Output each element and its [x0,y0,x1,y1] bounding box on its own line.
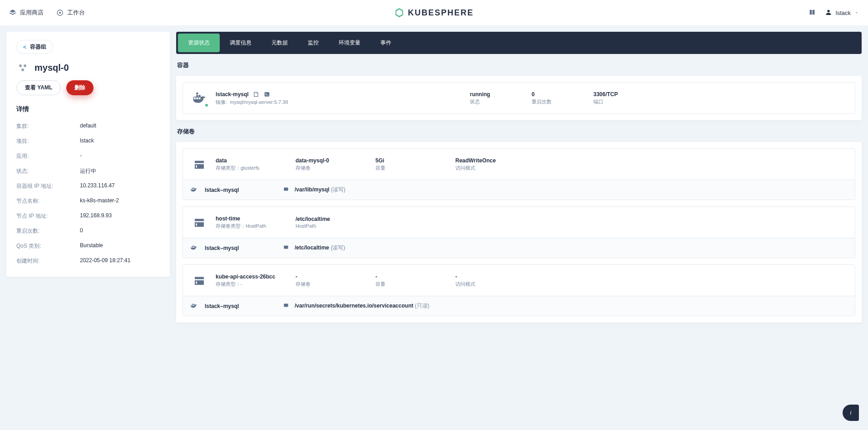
vol-mode-value: - [455,274,528,280]
container-row[interactable]: lstack-mysql 镜像: mysql/mysql-server:5.7.… [182,82,855,114]
vol-pvc-label: 存储卷 [296,281,368,288]
detail-row: 重启次数:0 [16,224,160,239]
mount-path: /var/lib/mysql [295,186,330,193]
detail-value: lstack [80,137,94,145]
page-title: mysql-0 [35,63,69,73]
mount-container-name: lstack–mysql [205,245,277,251]
topbar-left: 应用商店 工作台 [9,9,85,17]
vol-pvc-col: data-mysql-0 存储卷 [296,157,368,171]
vol-name: host-time [216,215,288,222]
detail-key: 集群: [16,122,80,130]
vol-pvc-label: HostPath [296,223,368,229]
action-buttons: 查看 YAML 删除 [16,80,160,95]
brand-logo[interactable]: KUBESPHERE [394,8,473,18]
vol-type-value: HostPath [246,223,266,229]
detail-row: 项目:lstack [16,134,160,149]
appstore-icon [9,9,16,16]
mount-path-icon [283,302,289,310]
detail-key: 重启次数: [16,227,80,235]
docs-icon[interactable] [809,9,816,17]
detail-value: 0 [80,227,83,235]
detail-key: 项目: [16,137,80,145]
vol-pvc-value: /etc/localtime [296,216,368,222]
detail-row: 状态:运行中 [16,164,160,179]
container-head: lstack-mysql 镜像: mysql/mysql-server:5.7.… [216,91,463,106]
volume-mount-row: lstack–mysql /etc/localtime (读写) [183,238,855,258]
status-label: 状态 [470,98,524,105]
tab-2[interactable]: 元数据 [261,34,298,52]
detail-value: 192.168.9.93 [80,212,112,220]
user-menu[interactable]: lstack [825,9,859,17]
detail-value: - [80,152,82,160]
svg-point-2 [827,10,829,12]
workbench-link[interactable]: 工作台 [56,9,85,17]
mount-container-name: lstack–mysql [205,303,277,309]
appstore-link[interactable]: 应用商店 [9,9,44,17]
kubesphere-icon [394,8,404,18]
tab-1[interactable]: 调度信息 [220,34,261,52]
workbench-label: 工作台 [67,9,85,17]
detail-sidebar: < 容器组 mysql-0 查看 YAML 删除 详情 集群:default项目… [6,32,170,277]
terminal-icon[interactable] [263,91,271,98]
svg-point-5 [21,68,24,71]
containers-card: lstack-mysql 镜像: mysql/mysql-server:5.7.… [176,76,862,120]
title-row: mysql-0 [16,61,160,74]
detail-key: 容器组 IP 地址: [16,182,80,190]
delete-button[interactable]: 删除 [66,80,94,95]
chevron-left-icon: < [23,44,26,50]
volume-mount-row: lstack–mysql /var/lib/mysql (读写) [183,180,855,200]
mount-path: /var/run/secrets/kubernetes.io/serviceac… [295,303,413,309]
restart-label: 重启次数 [532,98,586,105]
volume-row: kube-api-access-26bcc 存储类型：- - 存储卷 - 容量 … [182,264,855,316]
image-value: mysql/mysql-server:5.7.38 [230,99,288,105]
mount-mode: (读写) [331,186,345,193]
vol-size-col: 5Gi 容量 [375,157,448,171]
detail-row: 容器组 IP 地址:10.233.116.47 [16,179,160,194]
detail-value: ks-k8s-master-2 [80,197,119,205]
brand-text: KUBESPHERE [408,8,473,18]
tab-5[interactable]: 事件 [370,34,401,52]
workbench-icon [56,9,64,16]
status-value: running [470,91,524,98]
detail-header: 详情 [16,105,160,113]
volume-icon [190,213,208,231]
tab-4[interactable]: 环境变量 [329,34,370,52]
svg-rect-7 [284,188,288,191]
back-link[interactable]: < 容器组 [16,40,53,54]
detail-value: 运行中 [80,167,96,175]
status-col: running 状态 [470,91,524,105]
volumes-card: data 存储类型：glusterfs data-mysql-0 存储卷 5Gi… [176,142,862,322]
main-content: 资源状态调度信息元数据监控环境变量事件 容器 lstack-mysql [176,32,862,322]
tab-0[interactable]: 资源状态 [178,34,220,52]
restart-value: 0 [532,91,586,98]
detail-row: 创建时间:2022-05-09 18:27:41 [16,254,160,269]
port-value: 3306/TCP [593,91,848,98]
container-name: lstack-mysql [216,91,249,98]
detail-value: default [80,122,96,130]
user-icon [825,9,832,17]
view-yaml-button[interactable]: 查看 YAML [16,80,61,95]
detail-key: 应用: [16,152,80,160]
volume-icon [190,155,208,173]
mount-container-name: lstack–mysql [205,187,277,193]
restart-col: 0 重启次数 [532,91,586,105]
detail-key: 创建时间: [16,257,80,265]
docker-icon [190,89,208,107]
vol-type-value: glusterfs [241,165,260,171]
detail-value: Burstable [80,242,103,250]
vol-size-col: - 容量 [375,274,448,288]
detail-row: 节点 IP 地址:192.168.9.93 [16,209,160,224]
detail-row: 应用:- [16,149,160,164]
log-icon[interactable] [252,91,260,98]
detail-key: 状态: [16,167,80,175]
tab-3[interactable]: 监控 [298,34,329,52]
vol-size-value: - [375,274,448,280]
docker-mini-icon [190,302,197,310]
vol-name: data [216,157,288,164]
vol-pvc-label: 存储卷 [296,165,368,171]
tabs: 资源状态调度信息元数据监控环境变量事件 [176,32,862,54]
vol-name: kube-api-access-26bcc [216,274,288,280]
vol-type-label: 存储卷类型： [216,223,246,229]
pod-icon [16,61,29,74]
containers-section-title: 容器 [177,61,861,69]
